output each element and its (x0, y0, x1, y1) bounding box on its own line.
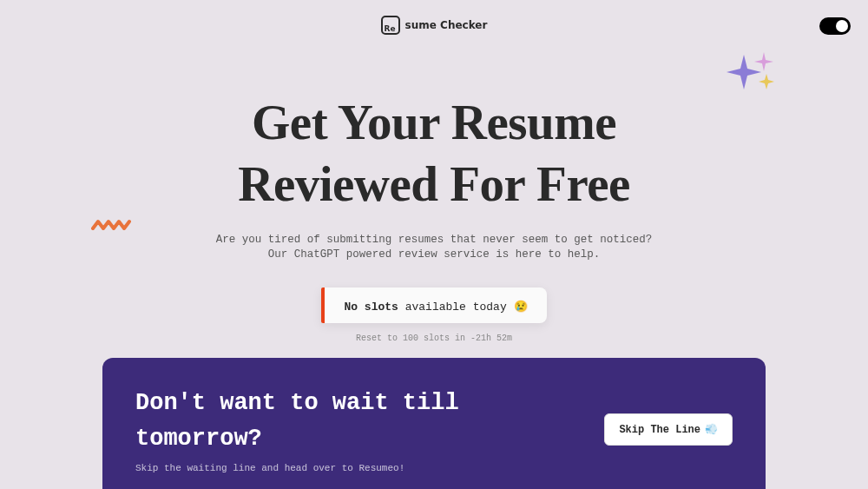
bottom-title: Don't want to wait till tomorrow? (135, 386, 587, 456)
skip-line-button[interactable]: Skip The Line 💨 (604, 413, 733, 446)
sparkle-decoration (725, 48, 777, 100)
hero-subtitle-line1: Are you tired of submitting resumes that… (216, 234, 653, 246)
status-bold: No slots (344, 301, 398, 314)
hero-title-line1: Get Your Resume (252, 95, 616, 149)
sad-emoji: 😢 (514, 301, 528, 314)
status-text: No slots available today 😢 (344, 301, 527, 314)
status-rest: available today (398, 301, 514, 314)
skip-line-panel: Don't want to wait till tomorrow? Skip t… (102, 358, 766, 489)
status-card: No slots available today 😢 (321, 287, 546, 323)
reset-timer: Reset to 100 slots in -21h 52m (35, 334, 833, 343)
squiggle-decoration (91, 213, 131, 239)
hero-subtitle-line2: Our ChatGPT powered review service is he… (268, 248, 601, 261)
logo-icon (381, 16, 400, 35)
bottom-text-group: Don't want to wait till tomorrow? Skip t… (135, 386, 587, 473)
hero-subtitle: Are you tired of submitting resumes that… (35, 233, 833, 263)
logo[interactable]: sume Checker (381, 16, 488, 35)
dash-emoji: 💨 (705, 423, 718, 436)
hero-title: Get Your Resume Reviewed For Free (35, 91, 833, 215)
bottom-subtitle: Skip the waiting line and head over to R… (135, 463, 587, 473)
skip-button-label: Skip The Line (619, 424, 700, 436)
dark-mode-toggle[interactable] (819, 17, 851, 35)
logo-text: sume Checker (405, 19, 488, 31)
hero-title-line2: Reviewed For Free (238, 156, 630, 211)
